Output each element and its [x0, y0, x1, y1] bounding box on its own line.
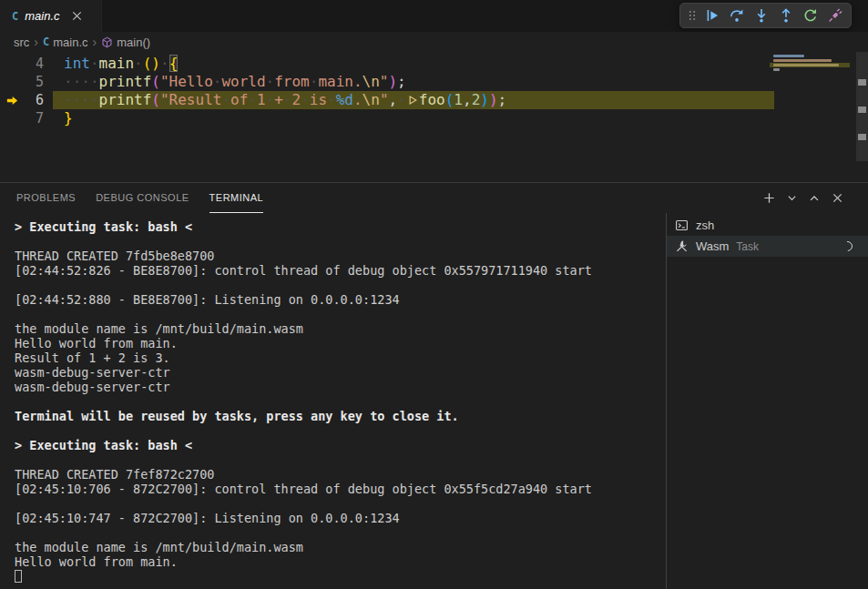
breadcrumb-item-main[interactable]: main(): [101, 36, 150, 49]
breadcrumb: src›Cmain.c›main(): [0, 32, 868, 52]
panel-actions: [762, 191, 852, 205]
overview-ruler-mark: [858, 79, 866, 86]
code-token: ·: [283, 91, 292, 108]
code-token: foo: [419, 91, 445, 108]
chevron-right-icon: ›: [93, 35, 97, 49]
code-token: main.: [318, 73, 362, 90]
terminal-line: wasm-debug-server-ctr: [15, 380, 666, 394]
minimap-line-mark: [773, 55, 804, 57]
terminal-line: THREAD CREATED 7fef872c2700: [15, 467, 666, 482]
code-token: %d: [336, 91, 353, 108]
bottom-panel: PROBLEMSDEBUG CONSOLETERMINAL > Executin…: [0, 182, 868, 589]
panel-header: PROBLEMSDEBUG CONSOLETERMINAL: [0, 183, 868, 213]
launch-profile-dropdown-button[interactable]: [786, 192, 798, 204]
code-token: ": [380, 91, 389, 108]
code-token: "Result: [160, 91, 221, 108]
vscode-window: C main.c src›Cmain.c›main() 4int·main·()…: [0, 0, 868, 589]
code-token: "Hello: [160, 73, 213, 90]
inline-run-icon[interactable]: [407, 95, 418, 106]
breadcrumb-label: main(): [117, 36, 150, 49]
panel-tab-problems[interactable]: PROBLEMS: [16, 183, 76, 213]
terminal-line: [15, 423, 666, 438]
code-token: ·: [327, 91, 336, 108]
code-token: +: [274, 91, 283, 108]
code-token: ,: [463, 91, 472, 108]
code-token: \n: [363, 73, 380, 90]
terminal-list-item-wasm[interactable]: WasmTask: [667, 236, 868, 257]
minimap[interactable]: [770, 52, 856, 172]
breadcrumb-label: main.c: [53, 36, 87, 49]
code-token: \n: [363, 91, 380, 108]
code-token: (: [151, 73, 160, 90]
loading-spinner-icon: [841, 239, 854, 253]
symbol-method-icon: [101, 36, 113, 48]
code-token: ·: [213, 73, 222, 90]
breadcrumb-item-src[interactable]: src: [14, 36, 29, 49]
code-token: 2: [292, 91, 301, 108]
terminal-line: > Executing task: bash <: [15, 219, 666, 234]
code-token: of: [230, 91, 248, 108]
terminal-line: [15, 452, 666, 467]
code-text: int·main·()·{: [64, 55, 178, 73]
breadcrumb-item-main-c[interactable]: Cmain.c: [43, 36, 88, 49]
disconnect-button[interactable]: [823, 5, 846, 26]
code-token: ·: [160, 55, 169, 72]
toolbar-gripper-icon[interactable]: [685, 7, 699, 24]
terminal-line: [02:44:52:880 - BE8E8700]: Listening on …: [15, 292, 666, 307]
code-token: {: [169, 55, 179, 72]
continue-button[interactable]: [700, 5, 723, 26]
code-token: ·: [397, 91, 406, 108]
terminal-label: Wasm: [696, 239, 729, 253]
tools-icon: [675, 239, 690, 253]
editor-tab-main-c[interactable]: C main.c: [0, 0, 102, 32]
code-token: }: [64, 109, 73, 127]
code-line[interactable]: 5····printf("Hello·world·from·main.\n");: [0, 73, 868, 91]
gutter-space: [0, 73, 24, 91]
panel-tab-debug-console[interactable]: DEBUG CONSOLE: [96, 183, 189, 213]
terminal-line: [15, 307, 666, 321]
terminal-list-item-zsh[interactable]: zsh: [667, 215, 868, 236]
chevron-right-icon: ›: [34, 35, 38, 49]
step-out-button[interactable]: [774, 5, 797, 26]
tab-close-icon[interactable]: [70, 9, 84, 23]
minimap-line-mark: [773, 59, 832, 62]
editor[interactable]: 4int·main·()·{5····printf("Hello·world·f…: [0, 52, 868, 182]
line-number: 7: [24, 109, 44, 127]
code-token: printf: [99, 73, 152, 90]
code-token: .: [353, 91, 363, 108]
terminal-line: [02:45:10:706 - 872C2700]: control threa…: [15, 482, 666, 496]
step-into-button[interactable]: [750, 5, 772, 26]
close-panel-button[interactable]: [831, 191, 844, 205]
debug-current-line-arrow-icon: [0, 91, 24, 109]
code-line[interactable]: 4int·main·()·{: [0, 55, 868, 73]
code-token: from: [274, 73, 310, 90]
minimap-line-mark: [773, 68, 780, 71]
terminal-cursor: [15, 570, 22, 583]
terminal-line: wasm-debug-server-ctr: [15, 365, 666, 380]
terminal-line: Hello world from main.: [15, 554, 666, 569]
editor-lines: 4int·main·()·{5····printf("Hello·world·f…: [0, 52, 868, 127]
code-line[interactable]: 7}: [0, 109, 868, 127]
debug-toolbar: [679, 3, 852, 28]
code-token: ····: [64, 91, 99, 108]
code-token: printf: [99, 91, 152, 108]
maximize-panel-button[interactable]: [808, 192, 821, 205]
code-token: ·: [266, 91, 275, 108]
code-line[interactable]: 6····printf("Result·of·1·+·2·is·%d.\n",·…: [0, 91, 868, 109]
code-token: ): [388, 73, 397, 90]
terminal-line: Result of 1 + 2 is 3.: [15, 350, 666, 365]
code-token: ;: [498, 91, 507, 108]
terminal-line: [15, 525, 666, 540]
code-text: }: [64, 109, 73, 127]
step-over-button[interactable]: [725, 5, 748, 26]
code-token: ·: [221, 91, 230, 108]
panel-tab-terminal[interactable]: TERMINAL: [209, 183, 264, 213]
terminal-output[interactable]: > Executing task: bash < THREAD CREATED …: [0, 213, 666, 589]
new-terminal-button[interactable]: [762, 191, 776, 205]
restart-button[interactable]: [799, 5, 822, 26]
code-token: ·: [248, 91, 257, 108]
terminal-line: [15, 234, 666, 249]
code-token: ): [480, 91, 489, 108]
terminal-icon: [675, 218, 690, 232]
terminal-line: Terminal will be reused by tasks, press …: [15, 409, 666, 423]
